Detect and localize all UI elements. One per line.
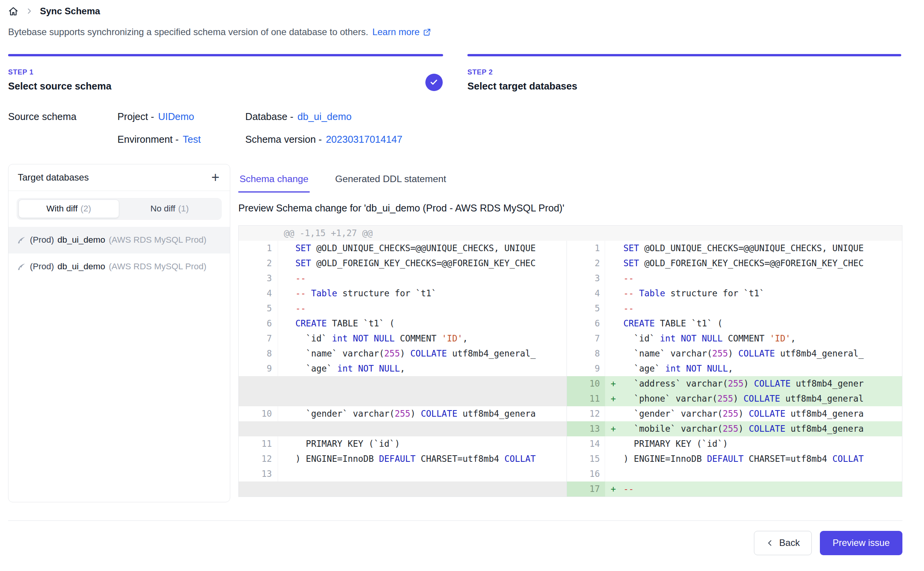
diff-row: 1SET @OLD_UNIQUE_CHECKS=@@UNIQUE_CHECKS,…: [239, 241, 902, 256]
diff-row: 8 `name` varchar(255) COLLATE utf8mb4_ge…: [239, 346, 902, 361]
right-line-number: 12: [567, 406, 605, 421]
back-button[interactable]: Back: [754, 531, 812, 555]
right-code-line: `gender` varchar(255) COLLATE utf8mb4_ge…: [605, 406, 902, 421]
database-environment: (Prod): [30, 235, 54, 245]
schema-diff-viewer[interactable]: @@ -1,15 +1,27 @@1SET @OLD_UNIQUE_CHECKS…: [238, 225, 902, 497]
preview-title: Preview Schema change for 'db_ui_demo (P…: [238, 203, 564, 214]
database-name: db_ui_demo: [57, 262, 105, 272]
diff-row: 17+--: [239, 481, 902, 497]
diff-row: 10 `gender` varchar(255) COLLATE utf8mb4…: [239, 406, 902, 421]
left-code-line: CREATE TABLE `t1` (: [278, 316, 567, 331]
tab-no-diff[interactable]: No diff (1): [119, 199, 220, 218]
schema-version-link[interactable]: 20230317014147: [326, 134, 403, 145]
left-code-line: [278, 466, 567, 481]
external-link-icon: [423, 28, 432, 37]
diff-hunk-header-spacer: [567, 226, 902, 241]
learn-more-link[interactable]: Learn more: [372, 27, 431, 37]
breadcrumb: Sync Schema: [8, 6, 100, 17]
footer-actions: Back Preview issue: [754, 531, 902, 555]
schema-version-label: Schema version -: [245, 134, 322, 145]
diff-row: 11+ `phone` varchar(255) COLLATE utf8mb4…: [239, 391, 902, 406]
left-code-line: SET @OLD_UNIQUE_CHECKS=@@UNIQUE_CHECKS, …: [278, 241, 567, 256]
step1-label: Select source schema: [8, 81, 111, 92]
left-code-line: [278, 481, 567, 497]
left-code-line: PRIMARY KEY (`id`): [278, 436, 567, 451]
database-link[interactable]: db_ui_demo: [297, 111, 351, 122]
right-line-number: 16: [567, 466, 605, 481]
left-line-number: 13: [239, 466, 278, 481]
tab-no-diff-count: (1): [178, 204, 189, 214]
left-line-number: 7: [239, 331, 278, 346]
database-label: Database -: [245, 111, 293, 122]
left-code-line: `age` int NOT NULL,: [278, 361, 567, 376]
environment-link[interactable]: Test: [183, 134, 201, 145]
right-line-number: 7: [567, 331, 605, 346]
diff-row: 11 PRIMARY KEY (`id`)14 PRIMARY KEY (`id…: [239, 436, 902, 451]
target-database-item[interactable]: (Prod) db_ui_demo (AWS RDS MySQL Prod): [8, 227, 230, 253]
diff-row: 6CREATE TABLE `t1` (6CREATE TABLE `t1` (: [239, 316, 902, 331]
database-name: db_ui_demo: [57, 235, 105, 245]
left-line-number: 3: [239, 271, 278, 286]
step1-progress-bar: [8, 54, 443, 56]
right-line-number: 1: [567, 241, 605, 256]
environment-label: Environment -: [118, 134, 179, 145]
tab-generated-ddl[interactable]: Generated DDL statement: [334, 172, 447, 193]
source-schema-label: Source schema: [8, 111, 76, 122]
tab-schema-change[interactable]: Schema change: [238, 172, 310, 193]
target-databases-title: Target databases: [18, 172, 89, 183]
right-line-number: 9: [567, 361, 605, 376]
tab-with-diff[interactable]: With diff (2): [19, 199, 120, 218]
page-title: Sync Schema: [40, 6, 100, 17]
right-code-line: --: [605, 271, 902, 286]
diff-row: 2SET @OLD_FOREIGN_KEY_CHECKS=@@FOREIGN_K…: [239, 256, 902, 271]
right-code-line: + `address` varchar(255) COLLATE utf8mb4…: [605, 376, 902, 391]
mysql-engine-icon: [17, 262, 27, 272]
left-line-number: 8: [239, 346, 278, 361]
diff-row: 10+ `address` varchar(255) COLLATE utf8m…: [239, 376, 902, 391]
left-line-number: 5: [239, 301, 278, 316]
preview-issue-button[interactable]: Preview issue: [820, 531, 902, 555]
right-code-line: SET @OLD_UNIQUE_CHECKS=@@UNIQUE_CHECKS, …: [605, 241, 902, 256]
right-line-number: 4: [567, 286, 605, 301]
diff-row: 13+ `mobile` varchar(255) COLLATE utf8mb…: [239, 421, 902, 436]
diff-row: 3--3--: [239, 271, 902, 286]
diff-row: 9 `age` int NOT NULL,9 `age` int NOT NUL…: [239, 361, 902, 376]
diff-row: 7 `id` int NOT NULL COMMENT 'ID',7 `id` …: [239, 331, 902, 346]
home-icon[interactable]: [8, 6, 19, 17]
step1-complete-check-icon: [425, 74, 443, 91]
left-code-line: `id` int NOT NULL COMMENT 'ID',: [278, 331, 567, 346]
target-databases-panel: Target databases + With diff (2) No diff…: [8, 164, 230, 503]
right-line-number: 8: [567, 346, 605, 361]
chevron-right-icon: [25, 7, 33, 15]
right-code-line: + `phone` varchar(255) COLLATE utf8mb4_g…: [605, 391, 902, 406]
left-line-number: 10: [239, 406, 278, 421]
left-line-number: 6: [239, 316, 278, 331]
step1-eyebrow: STEP 1: [8, 68, 111, 76]
right-line-number: 2: [567, 256, 605, 271]
left-code-line: `name` varchar(255) COLLATE utf8mb4_gene…: [278, 346, 567, 361]
right-line-number: 3: [567, 271, 605, 286]
left-code-line: `gender` varchar(255) COLLATE utf8mb4_ge…: [278, 406, 567, 421]
target-database-item[interactable]: (Prod) db_ui_demo (AWS RDS MySQL Prod): [8, 253, 230, 280]
left-line-number: 11: [239, 436, 278, 451]
right-code-line: -- Table structure for `t1`: [605, 286, 902, 301]
step2-label: Select target databases: [467, 81, 577, 92]
chevron-left-icon: [766, 539, 774, 547]
left-code-line: --: [278, 301, 567, 316]
project-label: Project -: [118, 111, 154, 122]
database-instance: (AWS RDS MySQL Prod): [109, 235, 222, 245]
tab-with-diff-label: With diff: [46, 204, 78, 214]
right-line-number: 5: [567, 301, 605, 316]
left-line-number: 4: [239, 286, 278, 301]
database-field: Database - db_ui_demo: [245, 111, 402, 122]
diff-hunk-header: @@ -1,15 +1,27 @@: [239, 226, 567, 241]
left-code-line: [278, 421, 567, 436]
step2-eyebrow: STEP 2: [467, 68, 577, 76]
diff-filter-tabs: With diff (2) No diff (1): [17, 198, 222, 220]
diff-row: 4-- Table structure for `t1`4-- Table st…: [239, 286, 902, 301]
mysql-engine-icon: [17, 235, 27, 245]
add-target-database-button[interactable]: +: [210, 171, 221, 184]
right-code-line: CREATE TABLE `t1` (: [605, 316, 902, 331]
tab-with-diff-count: (2): [81, 204, 91, 214]
project-link[interactable]: UIDemo: [158, 111, 194, 122]
